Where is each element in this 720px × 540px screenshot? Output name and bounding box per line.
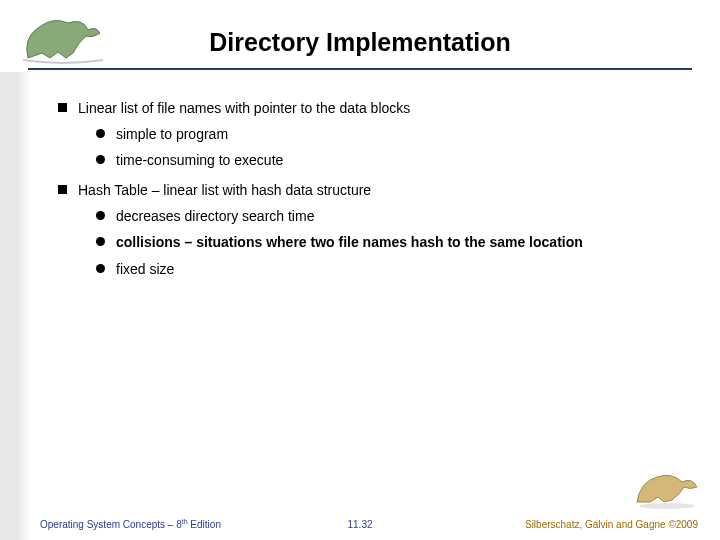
bullet-level2: simple to program — [96, 126, 700, 142]
left-gradient-bar — [0, 72, 30, 540]
bullet-level2: decreases directory search time — [96, 208, 700, 224]
bullet-text: decreases directory search time — [116, 208, 314, 224]
bullet-text: Linear list of file names with pointer t… — [78, 100, 410, 116]
bullet-text: Hash Table – linear list with hash data … — [78, 182, 371, 198]
bullet-text-bold: collisions — [116, 234, 181, 250]
bullet-level1: Linear list of file names with pointer t… — [58, 100, 700, 116]
circle-bullet-icon — [96, 211, 105, 220]
bullet-text: simple to program — [116, 126, 228, 142]
page-title: Directory Implementation — [0, 18, 720, 57]
bullet-text: fixed size — [116, 261, 174, 277]
bullet-level2: time-consuming to execute — [96, 152, 700, 168]
svg-point-0 — [639, 503, 695, 509]
bullet-level1: Hash Table – linear list with hash data … — [58, 182, 700, 198]
circle-bullet-icon — [96, 155, 105, 164]
content-body: Linear list of file names with pointer t… — [58, 100, 700, 287]
footer-copyright: Silberschatz, Galvin and Gagne ©2009 — [525, 519, 698, 530]
circle-bullet-icon — [96, 237, 105, 246]
title-underline — [28, 68, 692, 70]
bullet-level2: fixed size — [96, 261, 700, 277]
bullet-text: time-consuming to execute — [116, 152, 283, 168]
dinosaur-top-icon — [18, 8, 108, 68]
square-bullet-icon — [58, 185, 67, 194]
bullet-text-rest: – situations where two file names hash t… — [181, 234, 583, 250]
circle-bullet-icon — [96, 264, 105, 273]
circle-bullet-icon — [96, 129, 105, 138]
square-bullet-icon — [58, 103, 67, 112]
bullet-level2: collisions – situations where two file n… — [96, 234, 700, 250]
dinosaur-bottom-icon — [632, 462, 702, 512]
header: Directory Implementation — [0, 18, 720, 73]
